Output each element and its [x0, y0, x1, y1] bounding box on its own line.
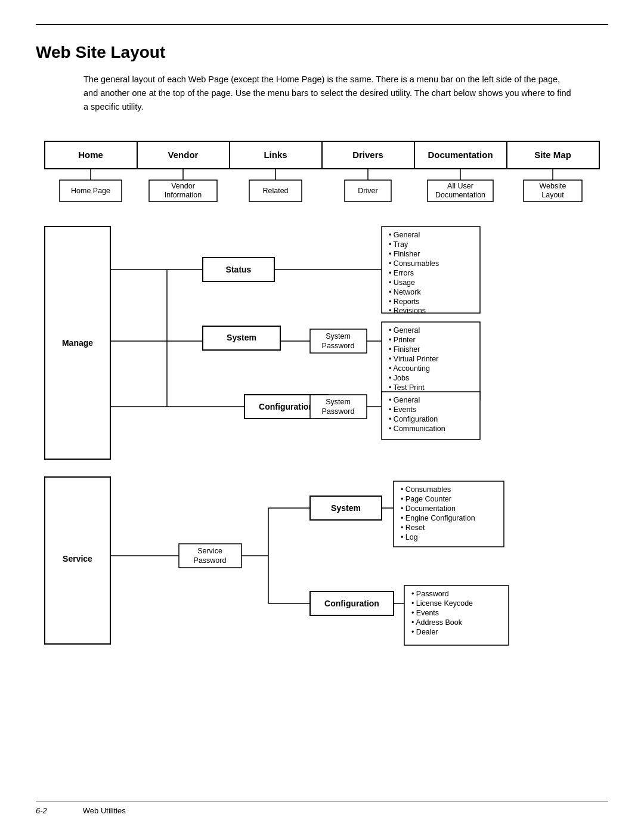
svc-cfg-bullet-2: • License Keycode — [411, 599, 473, 608]
sys-bullet-6: • Jobs — [389, 374, 409, 382]
nav-home: Home — [78, 150, 103, 160]
service-password-label: Service — [197, 547, 222, 555]
svc-cfg-bullet-4: • Address Book — [411, 618, 463, 627]
sub-vendor-info: Vendor — [171, 182, 195, 190]
cfg-bullet-4: • Communication — [389, 425, 445, 433]
svc-sys-bullet-3: • Documentation — [401, 504, 456, 513]
service-label: Service — [63, 554, 92, 563]
status-bullet-1: • General — [389, 231, 420, 239]
service-password-label2: Password — [194, 556, 227, 565]
service-config-label: Configuration — [324, 599, 379, 608]
cfg-bullet-1: • General — [389, 396, 420, 404]
sub-related: Related — [262, 187, 288, 195]
status-bullet-4: • Consumables — [389, 259, 439, 268]
footer: 6-2 Web Utilities — [36, 801, 608, 815]
svc-sys-bullet-6: • Log — [401, 533, 418, 541]
manage-system-label: System — [227, 333, 256, 342]
svc-sys-bullet-1: • Consumables — [401, 485, 451, 494]
svc-sys-bullet-5: • Reset — [401, 524, 425, 532]
manage-system-password2: Password — [322, 342, 355, 350]
sys-bullet-4: • Virtual Printer — [389, 355, 438, 363]
svc-sys-bullet-4: • Engine Configuration — [401, 514, 475, 522]
svc-cfg-bullet-1: • Password — [411, 590, 449, 598]
nav-sitemap: Site Map — [534, 150, 571, 160]
status-bullet-3: • Finisher — [389, 250, 420, 258]
cfg-bullet-3: • Configuration — [389, 415, 438, 423]
page: Web Site Layout The general layout of ea… — [0, 0, 644, 833]
nav-drivers: Drivers — [352, 150, 383, 160]
sub-website-layout2: Layout — [541, 191, 564, 199]
status-bullet-7: • Network — [389, 288, 421, 296]
manage-config-password: System — [326, 398, 351, 406]
sys-bullet-5: • Accounting — [389, 364, 430, 373]
sys-bullet-3: • Finisher — [389, 345, 420, 354]
svc-sys-bullet-2: • Page Counter — [401, 495, 451, 503]
nav-links: Links — [264, 150, 287, 160]
sub-all-user-docs: All User — [447, 182, 473, 190]
status-bullet-8: • Reports — [389, 298, 420, 306]
sys-bullet-1: • General — [389, 326, 420, 335]
manage-system-password: System — [326, 332, 351, 340]
sys-bullet-2: • Printer — [389, 336, 416, 344]
sub-driver: Driver — [358, 187, 377, 195]
sub-vendor-info2: Information — [165, 191, 202, 199]
cfg-bullet-2: • Events — [389, 405, 416, 414]
manage-config-label: Configuration — [259, 402, 314, 411]
footer-section: Web Utilities — [83, 806, 126, 815]
page-title: Web Site Layout — [36, 43, 608, 62]
svc-cfg-bullet-5: • Dealer — [411, 628, 438, 636]
nav-documentation: Documentation — [428, 150, 493, 160]
footer-page-num: 6-2 — [36, 806, 47, 815]
status-bullet-2: • Tray — [389, 240, 408, 249]
service-system-label: System — [331, 503, 361, 513]
svc-cfg-bullet-3: • Events — [411, 609, 439, 617]
status-bullet-6: • Usage — [389, 278, 415, 287]
diagram: Home Vendor Links Drivers Documentation … — [42, 138, 602, 748]
sub-homepage: Home Page — [71, 187, 110, 195]
intro-text: The general layout of each Web Page (exc… — [83, 73, 572, 114]
status-bullet-5: • Errors — [389, 269, 414, 277]
status-label: Status — [226, 265, 252, 274]
top-border — [36, 24, 608, 25]
sys-bullet-7: • Test Print — [389, 383, 425, 392]
sub-website-layout: Website — [540, 182, 566, 190]
nav-vendor: Vendor — [168, 150, 199, 160]
manage-config-password2: Password — [322, 407, 355, 416]
status-bullet-9: • Revisions — [389, 306, 426, 315]
sub-all-user-docs2: Documentation — [435, 191, 485, 199]
manage-label: Manage — [62, 338, 93, 348]
